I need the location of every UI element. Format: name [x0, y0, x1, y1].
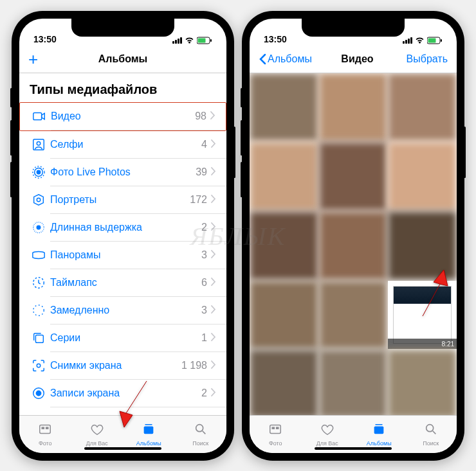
row-count: 98: [195, 111, 206, 122]
foryou-icon: [320, 422, 335, 439]
video-duration: 8:21: [388, 339, 457, 349]
search-icon: [193, 422, 208, 439]
home-indicator[interactable]: [315, 447, 392, 450]
wifi-icon: [185, 37, 194, 44]
svg-rect-20: [42, 427, 45, 429]
status-time: 13:50: [264, 34, 287, 44]
svg-point-23: [196, 424, 203, 431]
tab-search[interactable]: Поиск: [175, 416, 227, 453]
notch: [71, 19, 174, 37]
row-count: 172: [190, 194, 207, 206]
svg-rect-21: [46, 427, 49, 429]
media-row-burst[interactable]: Серии1: [19, 324, 226, 352]
phone-left: 13:50 + Альбомы Типы медиафайловВидео98С…: [12, 11, 234, 461]
svg-rect-28: [272, 427, 275, 429]
svg-point-5: [37, 141, 41, 145]
tab-label: Альбомы: [136, 440, 161, 447]
svg-rect-25: [428, 38, 436, 42]
row-label: Фото Live Photos: [50, 166, 196, 178]
section-header: Типы медиафайлов: [19, 73, 226, 102]
row-label: Замедленно: [50, 305, 201, 316]
row-count: 1 198: [181, 360, 207, 371]
live-icon: [30, 164, 48, 180]
status-time: 13:50: [33, 34, 57, 44]
video-grid[interactable]: 8:21: [250, 73, 457, 415]
tab-label: Поиск: [192, 440, 208, 447]
foryou-icon: [89, 422, 105, 439]
row-count: 3: [201, 305, 207, 316]
video-thumbnail[interactable]: [388, 142, 457, 211]
svg-rect-29: [276, 427, 279, 429]
portrait-icon: [30, 192, 48, 208]
notch: [302, 19, 405, 37]
screenshot-stage: ЯБЛЫК 13:50 + Альбомы Типы медиафайловВи…: [0, 0, 476, 471]
media-row-live[interactable]: Фото Live Photos39: [19, 159, 226, 186]
row-count: 1: [201, 332, 207, 344]
media-row-screenshot[interactable]: Снимки экрана1 198: [19, 352, 226, 380]
chevron-right-icon: [211, 166, 216, 178]
svg-rect-14: [35, 335, 43, 342]
row-count: 39: [196, 166, 207, 178]
signal-icon: [403, 37, 412, 44]
annotation-arrow: [114, 378, 153, 432]
svg-rect-2: [210, 39, 212, 42]
tab-search[interactable]: Поиск: [405, 416, 457, 453]
svg-rect-19: [40, 425, 51, 433]
video-thumbnail[interactable]: [388, 350, 457, 414]
select-button[interactable]: Выбрать: [407, 53, 448, 65]
nav-title: Видео: [341, 53, 373, 65]
video-thumbnail[interactable]: [388, 73, 457, 142]
chevron-right-icon: [211, 222, 216, 233]
tab-photos[interactable]: Фото: [250, 416, 302, 453]
annotation-arrow: [413, 268, 452, 322]
svg-point-6: [37, 170, 41, 174]
add-button[interactable]: +: [28, 51, 38, 67]
row-label: Видео: [51, 111, 195, 122]
video-thumbnail[interactable]: [250, 350, 318, 414]
media-row-long[interactable]: Длинная выдержка2: [19, 214, 226, 242]
wifi-icon: [415, 37, 425, 44]
long-icon: [30, 220, 48, 235]
nav-bar: Альбомы Видео Выбрать: [250, 46, 457, 73]
video-thumbnail[interactable]: [319, 281, 388, 350]
media-row-slomo[interactable]: Замедленно3: [19, 297, 226, 324]
video-thumbnail[interactable]: [250, 142, 318, 211]
video-thumbnail[interactable]: [250, 211, 318, 280]
media-row-timelapse[interactable]: Таймлапс6: [19, 269, 226, 297]
chevron-right-icon: [211, 332, 216, 344]
media-row-video[interactable]: Видео98: [19, 102, 226, 131]
svg-point-10: [37, 226, 41, 229]
row-label: Таймлапс: [50, 277, 201, 289]
nav-title: Альбомы: [98, 53, 148, 65]
tab-photos[interactable]: Фото: [19, 416, 71, 453]
back-button[interactable]: Альбомы: [259, 53, 312, 65]
chevron-right-icon: [210, 111, 215, 122]
albums-list[interactable]: Типы медиафайловВидео98Селфи4Фото Live P…: [19, 73, 226, 415]
media-row-pano[interactable]: Панорамы3: [19, 242, 226, 269]
home-indicator[interactable]: [84, 447, 161, 450]
video-thumbnail[interactable]: [319, 211, 388, 280]
chevron-right-icon: [211, 194, 216, 206]
svg-rect-4: [33, 139, 44, 150]
chevron-right-icon: [211, 305, 216, 316]
media-row-portrait[interactable]: Портреты172: [19, 186, 226, 214]
svg-point-31: [426, 424, 433, 431]
video-thumbnail[interactable]: [250, 73, 318, 142]
chevron-left-icon: [259, 53, 266, 65]
tab-label: Фото: [269, 440, 282, 447]
media-row-selfie[interactable]: Селфи4: [19, 131, 226, 159]
phone-right: 13:50 Альбомы Видео Выбрать 8:21 ФотоДля…: [242, 11, 464, 461]
albums-icon: [371, 422, 387, 439]
photos-icon: [37, 422, 53, 439]
svg-point-15: [37, 364, 41, 368]
svg-rect-26: [441, 39, 442, 42]
video-thumbnail[interactable]: [319, 350, 388, 414]
video-thumbnail[interactable]: [319, 73, 388, 142]
chevron-right-icon: [211, 139, 216, 150]
svg-rect-30: [374, 426, 384, 434]
video-thumbnail[interactable]: [250, 281, 318, 350]
row-label: Длинная выдержка: [50, 222, 201, 233]
record-icon: [30, 386, 48, 401]
photos-icon: [268, 422, 283, 439]
video-thumbnail[interactable]: [319, 142, 388, 211]
